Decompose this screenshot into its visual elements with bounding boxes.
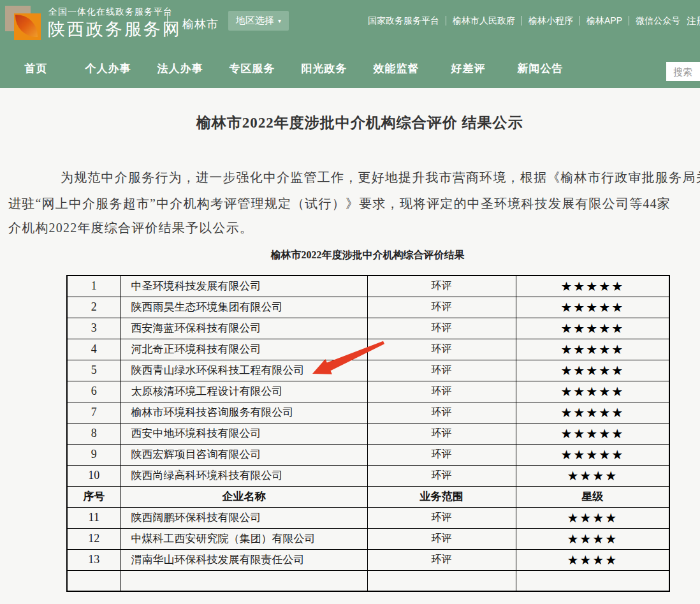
table-row: 2陕西雨昊生态环境集团有限公司环评★★★★★ (67, 297, 669, 318)
company-name: 西安海蓝环保科技有限公司 (120, 318, 367, 339)
notice-paragraph-line: 为规范中介服务行为，进一步强化中介监管工作，更好地提升我市营商环境，根据《榆林市… (61, 169, 700, 186)
nav-item-personal-services[interactable]: 个人办事 (72, 48, 144, 90)
column-header: 星级 (516, 486, 669, 507)
star-rating: ★★★★★ (516, 381, 669, 402)
logo-leaf-icon (15, 15, 38, 37)
nav-item-efficiency-supervision[interactable]: 效能监督 (360, 48, 432, 90)
company-name: 陕西青山绿水环保科技工程有限公司 (120, 360, 367, 381)
table-row: 11陕西阔鹏环保科技有限公司环评★★★★ (67, 507, 669, 528)
table-row: 3西安海蓝环保科技有限公司环评★★★★★ (67, 318, 669, 339)
link-national-platform[interactable]: 国家政务服务平台 (368, 16, 446, 26)
business-scope: 环评 (367, 465, 516, 486)
row-number: 11 (67, 507, 120, 528)
business-scope (367, 570, 516, 591)
nav-item-home[interactable]: 首页 (0, 48, 72, 90)
star-rating (516, 570, 669, 591)
star-rating: ★★★★★ (516, 318, 669, 339)
link-yulin-government[interactable]: 榆林市人民政府 (446, 16, 522, 26)
row-number: 12 (67, 528, 120, 549)
business-scope: 环评 (367, 276, 516, 297)
platform-name: 全国一体化在线政务服务平台 (48, 6, 173, 18)
company-name: 河北奇正环境科技有限公司 (120, 339, 367, 360)
table-row: 9陕西宏辉项目咨询有限公司环评★★★★★ (67, 444, 669, 465)
row-number: 1 (67, 276, 120, 297)
table-row: 5陕西青山绿水环保科技工程有限公司环评★★★★★ (67, 360, 669, 381)
site-name: 陕西政务服务网 (48, 18, 182, 41)
company-name: 陕西尚绿高科环境科技有限公司 (120, 465, 367, 486)
table-row: 6太原核清环境工程设计有限公司环评★★★★★ (67, 381, 669, 402)
table-row: 7榆林市环境科技咨询服务有限公司环评★★★★★ (67, 402, 669, 423)
business-scope: 环评 (367, 339, 516, 360)
register-link[interactable]: 注册 (687, 15, 700, 27)
search-input[interactable] (666, 62, 700, 81)
business-scope: 环评 (367, 297, 516, 318)
table-row (67, 570, 669, 591)
column-header: 序号 (67, 486, 120, 507)
row-number: 6 (67, 381, 120, 402)
business-scope: 环评 (367, 423, 516, 444)
row-number: 9 (67, 444, 120, 465)
nav-item-corporate-services[interactable]: 法人办事 (144, 48, 216, 90)
table-header-row: 序号企业名称业务范围星级 (67, 486, 669, 507)
company-name: 陕西阔鹏环保科技有限公司 (120, 507, 367, 528)
link-yulin-app[interactable]: 榆林APP (580, 16, 629, 26)
site-header: 全国一体化在线政务服务平台 陕西政务服务网 榆林市 地区选择 ▾ 国家政务服务平… (0, 0, 700, 88)
notice-paragraph-line: 进驻“网上中介服务超市”中介机构考评管理规定（试行）》要求，现将评定的中圣环境科… (8, 195, 671, 212)
company-name: 榆林市环境科技咨询服务有限公司 (120, 402, 367, 423)
current-city-label: 榆林市 (182, 17, 219, 32)
star-rating: ★★★★★ (516, 339, 669, 360)
star-rating: ★★★★★ (516, 423, 669, 444)
company-name: 陕西宏辉项目咨询有限公司 (120, 444, 367, 465)
company-name: 西安中地环境科技有限公司 (120, 423, 367, 444)
business-scope: 环评 (367, 402, 516, 423)
star-rating: ★★★★ (516, 465, 669, 486)
nav-item-transparent-gov[interactable]: 阳光政务 (288, 48, 360, 90)
row-number: 5 (67, 360, 120, 381)
row-number: 2 (67, 297, 120, 318)
table-row: 13渭南华山环保科技发展有限责任公司环评★★★★ (67, 549, 669, 570)
header-links: 国家政务服务平台 榆林市人民政府 榆林小程序 榆林APP 微信公众号 (368, 16, 687, 26)
business-scope: 环评 (367, 444, 516, 465)
region-selector-button[interactable]: 地区选择 ▾ (228, 11, 289, 31)
star-rating: ★★★★★ (516, 297, 669, 318)
header-divider (167, 12, 168, 36)
nav-item-rating[interactable]: 好差评 (432, 48, 504, 90)
table-row: 8西安中地环境科技有限公司环评★★★★★ (67, 423, 669, 444)
nav-item-news[interactable]: 新闻公告 (504, 48, 576, 90)
star-rating: ★★★★ (516, 528, 669, 549)
company-name: 陕西雨昊生态环境集团有限公司 (120, 297, 367, 318)
row-number: 13 (67, 549, 120, 570)
column-header: 企业名称 (120, 486, 367, 507)
table-row: 12中煤科工西安研究院（集团）有限公司环评★★★★ (67, 528, 669, 549)
table-row: 4河北奇正环境科技有限公司环评★★★★★ (67, 339, 669, 360)
company-name: 太原核清环境工程设计有限公司 (120, 381, 367, 402)
main-nav: 首页 个人办事 法人办事 专区服务 阳光政务 效能监督 好差评 新闻公告 (0, 48, 700, 88)
business-scope: 环评 (367, 360, 516, 381)
star-rating: ★★★★★ (516, 402, 669, 423)
business-scope: 环评 (367, 549, 516, 570)
link-wechat-official[interactable]: 微信公众号 (629, 16, 687, 26)
region-selector-label: 地区选择 (236, 15, 274, 27)
site-logo-icon (5, 5, 42, 41)
nav-item-zone-services[interactable]: 专区服务 (216, 48, 288, 90)
column-header: 业务范围 (367, 486, 516, 507)
logo-orange-square (14, 13, 41, 40)
star-rating: ★★★★★ (516, 360, 669, 381)
row-number: 4 (67, 339, 120, 360)
link-yulin-miniprogram[interactable]: 榆林小程序 (522, 16, 580, 26)
business-scope: 环评 (367, 381, 516, 402)
row-number: 10 (67, 465, 120, 486)
table-caption: 榆林市2022年度涉批中介机构综合评价结果 (66, 249, 669, 262)
star-rating: ★★★★★ (516, 276, 669, 297)
star-rating: ★★★★ (516, 549, 669, 570)
star-rating: ★★★★ (516, 507, 669, 528)
row-number: 3 (67, 318, 120, 339)
row-number (67, 570, 120, 591)
page-title: 榆林市2022年度涉批中介机构综合评价 结果公示 (0, 113, 700, 133)
notice-paragraph-line: 介机构2022年度综合评价结果予以公示。 (8, 219, 253, 237)
business-scope: 环评 (367, 318, 516, 339)
business-scope: 环评 (367, 507, 516, 528)
company-name: 中煤科工西安研究院（集团）有限公司 (120, 528, 367, 549)
company-name: 渭南华山环保科技发展有限责任公司 (120, 549, 367, 570)
row-number: 7 (67, 402, 120, 423)
